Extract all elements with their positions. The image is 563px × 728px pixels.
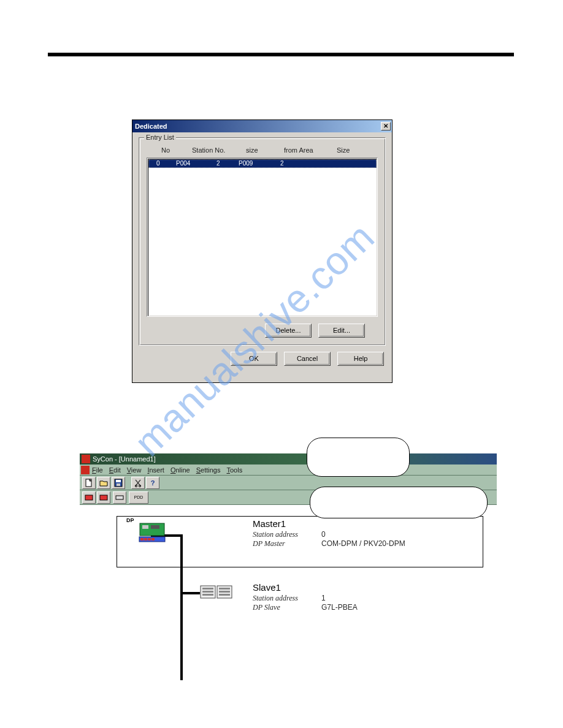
menu-settings[interactable]: Settings	[196, 466, 221, 474]
master-device-icon[interactable]	[139, 522, 167, 544]
svg-rect-20	[202, 588, 213, 590]
groupbox-label: Entry List	[144, 134, 176, 141]
cell-val3: P009	[239, 160, 253, 167]
callout-1	[307, 438, 410, 477]
mdi-icon	[81, 466, 90, 474]
bus-line	[180, 534, 183, 680]
svg-rect-22	[202, 594, 213, 596]
slave-device-icon[interactable]	[200, 585, 233, 602]
col-no: No	[161, 146, 170, 154]
master-type-label: DP Master	[253, 539, 321, 548]
callout-2	[310, 487, 488, 518]
bus-stub	[180, 592, 200, 594]
tool-diag-icon[interactable]	[113, 491, 126, 504]
col-size: size	[246, 146, 258, 154]
dialog-titlebar[interactable]: Dedicated ✕	[132, 120, 392, 132]
sycon-menubar: File Edit View Insert Online Settings To…	[80, 464, 497, 476]
slave-addr-label: Station address	[253, 594, 321, 603]
col-station: Station No.	[192, 146, 225, 154]
svg-point-6	[139, 485, 140, 487]
entry-listbox[interactable]: 0 P004 2 P009 2	[147, 157, 378, 317]
slave-name: Slave1	[253, 582, 358, 593]
master-addr-value: 0	[321, 530, 326, 539]
edit-button[interactable]: Edit...	[318, 324, 365, 338]
svg-rect-24	[219, 588, 230, 590]
dedicated-dialog: Dedicated ✕ Entry List No Station No. si…	[132, 119, 393, 383]
svg-rect-26	[219, 594, 230, 596]
menu-edit[interactable]: Edit	[109, 466, 121, 474]
cell-no: 0	[156, 160, 160, 167]
delete-button[interactable]: Delete...	[265, 324, 312, 338]
help-button[interactable]: Help	[337, 352, 384, 366]
close-icon[interactable]: ✕	[381, 122, 391, 131]
master-addr-label: Station address	[253, 530, 321, 539]
tool-slave-icon[interactable]	[97, 491, 110, 504]
col-from-area: from Area	[284, 146, 313, 154]
svg-rect-25	[219, 591, 230, 593]
col-size2: Size	[337, 146, 350, 154]
tool-master-icon[interactable]	[82, 491, 96, 504]
cell-val2: 2	[216, 160, 220, 167]
cell-val4: 2	[280, 160, 284, 167]
svg-rect-13	[151, 525, 159, 529]
menu-insert[interactable]: Insert	[147, 466, 164, 474]
new-icon[interactable]	[82, 477, 96, 489]
entry-list-group: Entry List No Station No. size from Area…	[139, 137, 386, 346]
svg-rect-17	[148, 538, 151, 540]
svg-rect-9	[100, 495, 107, 500]
svg-rect-3	[116, 480, 121, 482]
slave-type-label: DP Slave	[253, 603, 321, 612]
sycon-titlebar[interactable]: SyCon - [Unnamed1]	[80, 453, 497, 464]
svg-rect-15	[140, 538, 144, 540]
column-headers: No Station No. size from Area Size	[148, 146, 377, 156]
dp-label: DP	[126, 517, 134, 523]
menu-view[interactable]: View	[127, 466, 142, 474]
tool-pdd-icon[interactable]: PDD	[129, 491, 148, 504]
open-icon[interactable]	[97, 477, 110, 489]
svg-rect-21	[202, 591, 213, 593]
cancel-button[interactable]: Cancel	[284, 352, 331, 366]
app-icon	[82, 455, 90, 463]
master-name: Master1	[253, 518, 405, 529]
menu-online[interactable]: Online	[170, 466, 190, 474]
slave-addr-value: 1	[321, 594, 326, 603]
master-type-value: COM-DPM / PKV20-DPM	[321, 539, 405, 548]
menu-file[interactable]: File	[92, 466, 103, 474]
slave-type-value: G7L-PBEA	[321, 603, 358, 612]
menu-tools[interactable]: Tools	[226, 466, 242, 474]
sycon-window: SyCon - [Unnamed1] File Edit View Insert…	[80, 453, 497, 680]
svg-rect-18	[151, 538, 155, 540]
page-divider	[48, 53, 514, 56]
svg-rect-10	[116, 496, 123, 499]
svg-rect-8	[85, 495, 93, 500]
sycon-canvas[interactable]: DP	[80, 505, 497, 680]
cut-icon[interactable]	[131, 477, 145, 489]
save-icon[interactable]	[112, 477, 125, 489]
list-row[interactable]: 0 P004 2 P009 2	[148, 159, 377, 168]
svg-rect-4	[117, 483, 120, 486]
cell-val1: P004	[176, 160, 190, 167]
ok-button[interactable]: OK	[231, 352, 277, 366]
svg-text:?: ?	[151, 479, 155, 487]
dialog-title: Dedicated	[135, 123, 381, 130]
help-icon[interactable]: ?	[146, 477, 159, 489]
master-info: Master1 Station address 0 DP Master COM-…	[253, 518, 405, 548]
sycon-title: SyCon - [Unnamed1]	[93, 455, 156, 463]
svg-rect-12	[142, 525, 148, 529]
slave-info: Slave1 Station address 1 DP Slave G7L-PB…	[253, 582, 358, 612]
svg-rect-16	[144, 538, 147, 540]
svg-point-5	[135, 485, 137, 487]
